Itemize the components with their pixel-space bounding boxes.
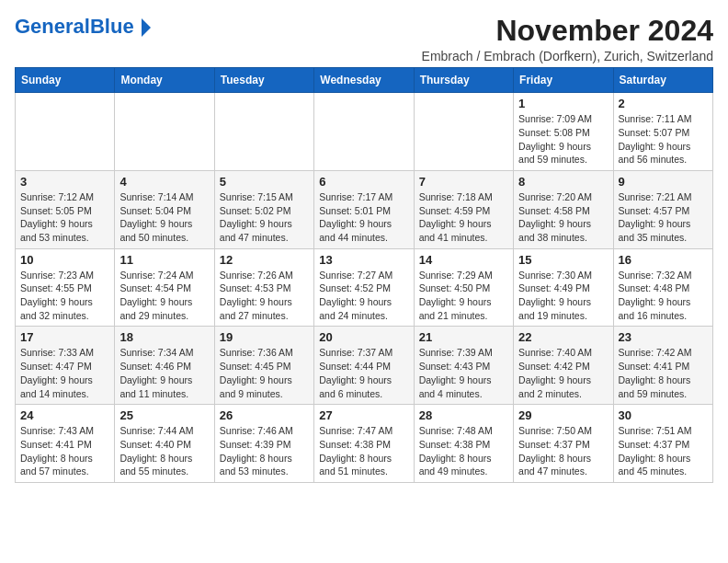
day-number: 10 — [20, 253, 109, 267]
calendar-cell: 7Sunrise: 7:18 AM Sunset: 4:59 PM Daylig… — [414, 170, 513, 248]
calendar-cell: 13Sunrise: 7:27 AM Sunset: 4:52 PM Dayli… — [314, 248, 414, 327]
location-subtitle: Embrach / Embrach (Dorfkern), Zurich, Sw… — [422, 49, 713, 63]
day-number: 13 — [319, 253, 408, 267]
calendar-table: SundayMondayTuesdayWednesdayThursdayFrid… — [15, 67, 713, 483]
day-number: 6 — [319, 175, 408, 189]
day-info: Sunrise: 7:18 AM Sunset: 4:59 PM Dayligh… — [419, 190, 508, 245]
day-number: 4 — [119, 175, 209, 189]
day-info: Sunrise: 7:17 AM Sunset: 5:01 PM Dayligh… — [319, 190, 408, 245]
calendar-cell: 22Sunrise: 7:40 AM Sunset: 4:42 PM Dayli… — [514, 327, 613, 405]
day-info: Sunrise: 7:32 AM Sunset: 4:48 PM Dayligh… — [619, 269, 708, 323]
weekday-header: Tuesday — [214, 68, 313, 93]
calendar-cell: 18Sunrise: 7:34 AM Sunset: 4:46 PM Dayli… — [115, 327, 214, 405]
day-number: 11 — [119, 253, 209, 267]
day-number: 23 — [619, 330, 708, 344]
calendar-cell: 25Sunrise: 7:44 AM Sunset: 4:40 PM Dayli… — [115, 405, 214, 483]
logo-general: General — [15, 15, 90, 38]
calendar-cell: 29Sunrise: 7:50 AM Sunset: 4:37 PM Dayli… — [514, 405, 613, 483]
calendar-cell: 17Sunrise: 7:33 AM Sunset: 4:47 PM Dayli… — [16, 327, 115, 405]
day-number: 1 — [518, 97, 608, 110]
calendar-cell: 28Sunrise: 7:48 AM Sunset: 4:38 PM Dayli… — [414, 405, 513, 483]
weekday-header: Monday — [115, 68, 214, 93]
day-info: Sunrise: 7:21 AM Sunset: 4:57 PM Dayligh… — [619, 190, 708, 245]
day-number: 7 — [419, 175, 508, 189]
calendar-cell: 4Sunrise: 7:14 AM Sunset: 5:04 PM Daylig… — [115, 170, 214, 248]
calendar-cell: 12Sunrise: 7:26 AM Sunset: 4:53 PM Dayli… — [214, 248, 313, 327]
day-number: 22 — [518, 330, 608, 344]
calendar-body: 1Sunrise: 7:09 AM Sunset: 5:08 PM Daylig… — [16, 93, 713, 483]
day-info: Sunrise: 7:34 AM Sunset: 4:46 PM Dayligh… — [119, 346, 209, 400]
calendar-cell: 20Sunrise: 7:37 AM Sunset: 4:44 PM Dayli… — [314, 327, 414, 405]
day-number: 17 — [20, 330, 109, 344]
day-number: 9 — [619, 175, 708, 189]
title-block: November 2024 Embrach / Embrach (Dorfker… — [422, 15, 713, 63]
day-info: Sunrise: 7:46 AM Sunset: 4:39 PM Dayligh… — [220, 424, 309, 478]
calendar-cell: 21Sunrise: 7:39 AM Sunset: 4:43 PM Dayli… — [414, 327, 513, 405]
calendar-cell: 30Sunrise: 7:51 AM Sunset: 4:37 PM Dayli… — [613, 405, 712, 483]
day-number: 24 — [20, 408, 109, 422]
day-number: 29 — [518, 408, 608, 422]
day-info: Sunrise: 7:48 AM Sunset: 4:38 PM Dayligh… — [419, 424, 508, 478]
day-info: Sunrise: 7:42 AM Sunset: 4:41 PM Dayligh… — [619, 346, 708, 400]
day-number: 5 — [220, 175, 309, 189]
calendar-cell: 2Sunrise: 7:11 AM Sunset: 5:07 PM Daylig… — [613, 93, 712, 171]
weekday-header: Saturday — [613, 68, 712, 93]
day-info: Sunrise: 7:33 AM Sunset: 4:47 PM Dayligh… — [20, 346, 109, 400]
calendar-cell: 10Sunrise: 7:23 AM Sunset: 4:55 PM Dayli… — [16, 248, 115, 327]
calendar-cell: 23Sunrise: 7:42 AM Sunset: 4:41 PM Dayli… — [613, 327, 712, 405]
page-header: GeneralBlue November 2024 Embrach / Embr… — [15, 15, 713, 63]
weekday-header: Wednesday — [314, 68, 414, 93]
day-info: Sunrise: 7:27 AM Sunset: 4:52 PM Dayligh… — [319, 269, 408, 323]
day-number: 3 — [20, 175, 109, 189]
calendar-week-row: 17Sunrise: 7:33 AM Sunset: 4:47 PM Dayli… — [16, 327, 713, 405]
day-number: 16 — [619, 253, 708, 267]
logo-blue: Blue — [90, 15, 134, 38]
day-info: Sunrise: 7:20 AM Sunset: 4:58 PM Dayligh… — [518, 190, 608, 245]
calendar-cell — [16, 93, 115, 171]
calendar-week-row: 10Sunrise: 7:23 AM Sunset: 4:55 PM Dayli… — [16, 248, 713, 327]
weekday-header: Thursday — [414, 68, 513, 93]
calendar-week-row: 24Sunrise: 7:43 AM Sunset: 4:41 PM Dayli… — [16, 405, 713, 483]
calendar-cell — [214, 93, 313, 171]
calendar-week-row: 3Sunrise: 7:12 AM Sunset: 5:05 PM Daylig… — [16, 170, 713, 248]
calendar-cell: 19Sunrise: 7:36 AM Sunset: 4:45 PM Dayli… — [214, 327, 313, 405]
day-info: Sunrise: 7:47 AM Sunset: 4:38 PM Dayligh… — [319, 424, 408, 478]
calendar-cell: 16Sunrise: 7:32 AM Sunset: 4:48 PM Dayli… — [613, 248, 712, 327]
day-info: Sunrise: 7:24 AM Sunset: 4:54 PM Dayligh… — [119, 269, 209, 323]
calendar-cell: 27Sunrise: 7:47 AM Sunset: 4:38 PM Dayli… — [314, 405, 414, 483]
calendar-cell: 24Sunrise: 7:43 AM Sunset: 4:41 PM Dayli… — [16, 405, 115, 483]
weekday-header: Sunday — [16, 68, 115, 93]
day-number: 18 — [119, 330, 209, 344]
day-info: Sunrise: 7:09 AM Sunset: 5:08 PM Dayligh… — [518, 112, 608, 167]
day-number: 28 — [419, 408, 508, 422]
calendar-cell: 11Sunrise: 7:24 AM Sunset: 4:54 PM Dayli… — [115, 248, 214, 327]
calendar-cell: 6Sunrise: 7:17 AM Sunset: 5:01 PM Daylig… — [314, 170, 414, 248]
calendar-cell: 1Sunrise: 7:09 AM Sunset: 5:08 PM Daylig… — [514, 93, 613, 171]
day-info: Sunrise: 7:12 AM Sunset: 5:05 PM Dayligh… — [20, 190, 109, 245]
day-number: 25 — [119, 408, 209, 422]
day-info: Sunrise: 7:26 AM Sunset: 4:53 PM Dayligh… — [220, 269, 309, 323]
calendar-cell — [314, 93, 414, 171]
calendar-cell: 14Sunrise: 7:29 AM Sunset: 4:50 PM Dayli… — [414, 248, 513, 327]
day-number: 19 — [220, 330, 309, 344]
day-info: Sunrise: 7:36 AM Sunset: 4:45 PM Dayligh… — [220, 346, 309, 400]
month-title: November 2024 — [422, 15, 713, 47]
day-info: Sunrise: 7:51 AM Sunset: 4:37 PM Dayligh… — [619, 424, 708, 478]
day-info: Sunrise: 7:40 AM Sunset: 4:42 PM Dayligh… — [518, 346, 608, 400]
day-info: Sunrise: 7:15 AM Sunset: 5:02 PM Dayligh… — [220, 190, 309, 245]
day-number: 14 — [419, 253, 508, 267]
calendar-cell: 15Sunrise: 7:30 AM Sunset: 4:49 PM Dayli… — [514, 248, 613, 327]
calendar-cell: 3Sunrise: 7:12 AM Sunset: 5:05 PM Daylig… — [16, 170, 115, 248]
day-number: 26 — [220, 408, 309, 422]
logo: GeneralBlue — [15, 15, 151, 39]
calendar-cell — [115, 93, 214, 171]
weekday-header: Friday — [514, 68, 613, 93]
day-info: Sunrise: 7:37 AM Sunset: 4:44 PM Dayligh… — [319, 346, 408, 400]
logo-arrow-icon — [142, 18, 151, 37]
day-number: 15 — [518, 253, 608, 267]
day-number: 8 — [518, 175, 608, 189]
day-number: 21 — [419, 330, 508, 344]
day-info: Sunrise: 7:44 AM Sunset: 4:40 PM Dayligh… — [119, 424, 209, 478]
calendar-cell: 8Sunrise: 7:20 AM Sunset: 4:58 PM Daylig… — [514, 170, 613, 248]
calendar-cell — [414, 93, 513, 171]
